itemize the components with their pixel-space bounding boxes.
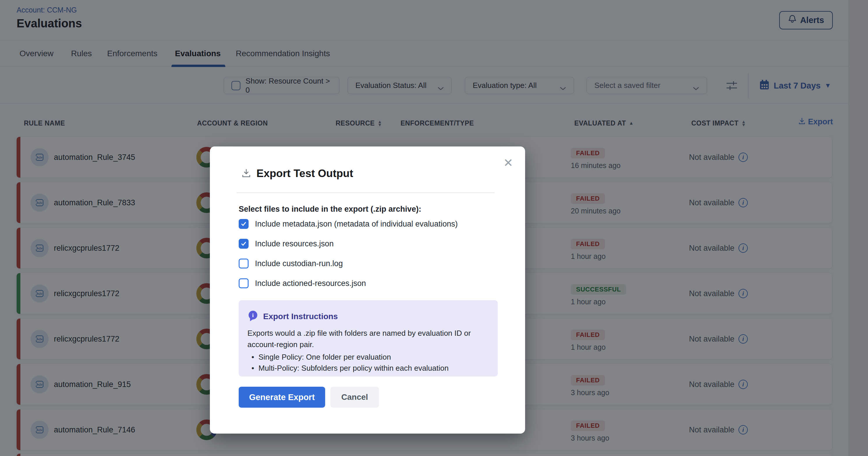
checkbox[interactable] <box>239 219 249 229</box>
generate-export-button[interactable]: Generate Export <box>239 387 325 408</box>
modal-title: Export Test Output <box>256 168 353 180</box>
download-icon <box>241 168 251 179</box>
option-include-custodian-run-log[interactable]: Include custodian-run.log <box>239 258 343 269</box>
info-box-bullets: Single Policy: One folder per evaluation… <box>247 352 489 373</box>
option-include-resources[interactable]: Include resources.json <box>239 238 334 249</box>
checkbox[interactable] <box>239 259 249 269</box>
export-test-output-modal: ✕ Export Test Output Select files to inc… <box>210 147 525 433</box>
checkbox[interactable] <box>239 278 249 288</box>
option-label: Include resources.json <box>255 239 334 248</box>
cancel-button[interactable]: Cancel <box>330 387 379 408</box>
option-label: Include metadata.json (metadata of indiv… <box>255 219 458 229</box>
option-include-actioned-resources[interactable]: Include actioned-resources.json <box>239 277 366 289</box>
checkbox[interactable] <box>239 239 249 249</box>
option-label: Include custodian-run.log <box>255 259 343 268</box>
modal-divider <box>237 192 495 193</box>
info-box-body: Exports would a .zip file with folders a… <box>247 328 483 350</box>
close-icon[interactable]: ✕ <box>502 156 515 169</box>
bullet-item: Single Policy: One folder per evaluation <box>247 352 489 363</box>
option-include-metadata[interactable]: Include metadata.json (metadata of indiv… <box>239 218 458 230</box>
option-label: Include actioned-resources.json <box>255 279 366 288</box>
bullet-item: Multi-Policy: Subfolders per policy with… <box>247 363 489 373</box>
info-bubble-icon: i <box>247 310 258 323</box>
select-files-label: Select files to include in the export (.… <box>239 205 421 214</box>
info-box-title: Export Instructions <box>263 312 338 321</box>
export-instructions-box: i Export Instructions Exports would a .z… <box>239 300 498 376</box>
svg-text:i: i <box>252 312 253 318</box>
